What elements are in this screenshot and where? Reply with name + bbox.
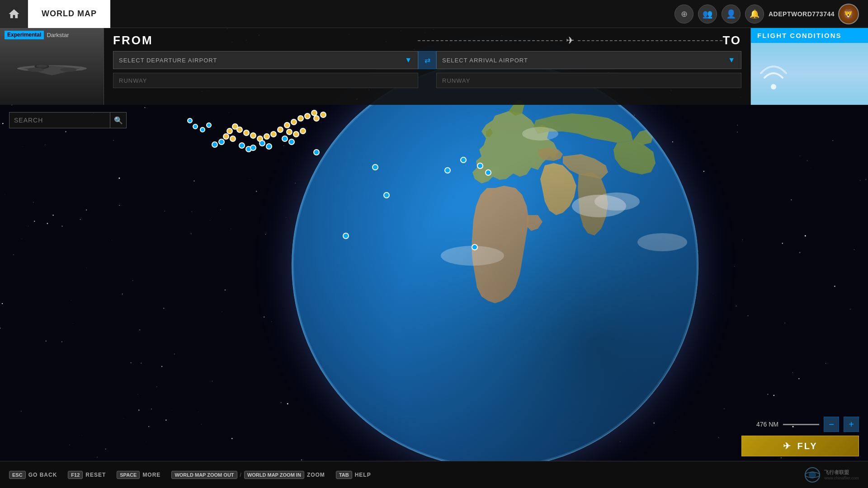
flight-conditions-panel: FLIGHT CONDITIONS (750, 28, 868, 105)
distance-display: 476 NM − + (756, 417, 859, 432)
to-label: TO (722, 33, 741, 47)
route-panel: FROM ✈ TO SELECT DEPARTURE AIRPORT ▼ ⇄ S… (104, 28, 750, 105)
svg-point-17 (60, 68, 76, 72)
distance-bar (783, 424, 819, 425)
group-users-icon[interactable]: 👥 (698, 5, 717, 23)
search-container: 🔍 (9, 112, 127, 128)
esc-shortcut: ESC GO BACK (9, 471, 57, 479)
svg-point-15 (36, 65, 47, 68)
tab-shortcut: TAB HELP (336, 471, 371, 479)
user-display: ADEPTWORD773744 🦁 (769, 4, 859, 24)
flight-conditions-visual[interactable] (751, 43, 868, 105)
bottom-bar: ESC GO BACK F12 RESET SPACE MORE WORLD M… (0, 461, 868, 488)
departure-arrow-icon: ▼ (405, 56, 412, 64)
plane-route-icon: ✈ (566, 35, 574, 47)
search-button[interactable]: 🔍 (110, 112, 126, 128)
swap-airports-button[interactable]: ⇄ (418, 51, 436, 69)
aircraft-panel: Experimental Darkstar (0, 28, 104, 105)
zoom-minus-button[interactable]: − (824, 417, 839, 432)
svg-point-20 (771, 84, 776, 89)
aircraft-name-label: Darkstar (47, 31, 69, 39)
arrival-airport-select[interactable]: SELECT ARRIVAL AIRPORT ▼ (436, 51, 741, 69)
page-title: WORLD MAP (28, 0, 110, 28)
f12-shortcut: F12 RESET (68, 471, 106, 479)
person-icon[interactable]: 👤 (722, 5, 741, 23)
search-input[interactable] (9, 117, 110, 124)
space-shortcut: SPACE MORE (117, 471, 160, 479)
arrival-arrow-icon: ▼ (728, 56, 736, 64)
flight-conditions-header: FLIGHT CONDITIONS (751, 28, 868, 43)
departure-airport-select[interactable]: SELECT DEPARTURE AIRPORT ▼ (113, 51, 418, 69)
from-label: FROM (113, 33, 418, 47)
compass-icon[interactable]: ⊕ (675, 5, 693, 23)
aircraft-experimental-label: Experimental (5, 31, 44, 39)
fly-button[interactable]: ✈ FLY (741, 436, 859, 456)
svg-marker-19 (80, 66, 87, 70)
user-avatar[interactable]: 🦁 (838, 4, 859, 24)
arrival-runway: RUNWAY (436, 73, 741, 88)
departure-runway: RUNWAY (113, 73, 418, 88)
home-button[interactable] (0, 0, 28, 28)
bell-icon[interactable]: 🔔 (745, 5, 764, 23)
zoom-plus-button[interactable]: + (844, 417, 859, 432)
svg-point-16 (28, 68, 44, 72)
zoom-shortcut: WORLD MAP ZOOM OUT / WORLD MAP ZOOM IN Z… (171, 471, 325, 479)
svg-point-11 (292, 62, 698, 461)
